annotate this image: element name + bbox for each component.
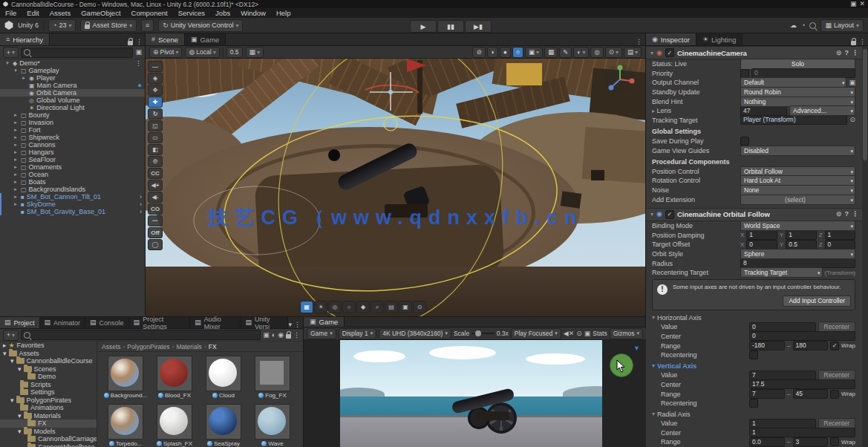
asset-store-button[interactable]: Asset Store ▾ [80, 19, 137, 32]
checkbox[interactable] [740, 137, 749, 146]
view-tool[interactable]: ◈ [148, 73, 163, 84]
hierarchy-item-boats[interactable]: ▸▢Boats [0, 178, 145, 186]
fx-overlay-icon[interactable]: ◆ [356, 301, 370, 313]
cc-tool[interactable]: CC [148, 168, 163, 179]
step-button[interactable]: ▶▮ [465, 20, 492, 33]
capture-icon[interactable]: ⊙ [576, 330, 582, 337]
kebab-icon[interactable]: ⋮ [852, 50, 858, 56]
hand-tool[interactable]: ✥ [148, 85, 163, 96]
dropdown[interactable]: Sphere [740, 249, 855, 259]
scene-camera-icon[interactable]: ▣▾ [525, 47, 543, 58]
expander-icon[interactable]: ▸ [13, 134, 19, 140]
expander-icon[interactable]: ▸ [3, 342, 7, 349]
package-visibility-icon[interactable]: ▣ [263, 332, 270, 339]
screen-share-icon[interactable]: ▣ [850, 1, 857, 7]
breadcrumb-segment[interactable]: FX [209, 343, 217, 350]
clock-icon[interactable]: ◔ [801, 22, 805, 29]
slider-knob[interactable] [475, 330, 481, 336]
range-max-field[interactable]: 3 [793, 437, 829, 447]
asset-item-torpedo-[interactable]: Torpedo... [102, 403, 149, 447]
hierarchy-item-backgroundislands[interactable]: ▸▢BackgroundIslands [0, 186, 145, 193]
camera-overlay-icon[interactable]: ▣ [399, 301, 412, 313]
gizmos-dropdown[interactable]: Gizmos [610, 328, 643, 339]
lock-icon[interactable] [851, 41, 856, 45]
hierarchy-item-bounty[interactable]: ▸▢Bounty [0, 111, 145, 119]
tab-unity-versi[interactable]: ▤Unity Versi [241, 317, 288, 328]
tab-animator[interactable]: ▤Animator [40, 317, 86, 328]
pivot-button[interactable]: ⊕ Pivot ▾ [149, 47, 182, 58]
prefab-open-icon[interactable]: › [140, 201, 142, 208]
prefab-open-icon[interactable]: › [140, 194, 142, 200]
asset-item-fog-fx[interactable]: Fog_FX [249, 355, 296, 402]
gizmos-dropdown-icon[interactable]: ⊙▾ [605, 47, 622, 58]
menu-jobs[interactable]: Jobs [210, 9, 235, 17]
hierarchy-item-cannons[interactable]: ▸▢Cannons [0, 141, 145, 149]
tab-audio-mixer[interactable]: ▤Audio Mixer [190, 317, 241, 328]
audio-overlay-icon[interactable]: ◎ [328, 301, 342, 313]
breadcrumb-segment[interactable]: Assets [102, 343, 121, 350]
mesh-overlay-icon[interactable]: ▤ [385, 301, 398, 313]
move-tool[interactable]: ✚ [148, 97, 163, 108]
search-overlay-icon[interactable]: ⌕ [371, 301, 384, 313]
component-header-cinemachine-orbital-follow[interactable]: ▾◉✓Cinemachine Orbital Follow⊙?⋮ [646, 208, 863, 221]
expander-icon[interactable]: ▸ [13, 112, 19, 118]
menu-component[interactable]: Component [126, 9, 173, 17]
wrap-checkbox[interactable] [830, 390, 839, 399]
folder-item-cannonballcarriage[interactable]: CannonballCarriage [0, 435, 97, 443]
visibility-toggle-icon[interactable]: ◐▾ [573, 47, 589, 58]
expander-icon[interactable]: ▸ [13, 179, 19, 185]
vector-field[interactable]: 0.5 [786, 240, 816, 249]
tab-console[interactable]: ▤Console [85, 317, 129, 328]
tab-inspector[interactable]: ◉Inspector [646, 33, 696, 45]
folder-item-scripts[interactable]: Scripts [0, 381, 97, 389]
hierarchy-item-ocean[interactable]: ▸▢Ocean [0, 171, 145, 178]
add-input-controller-button[interactable]: Add Input Controller [783, 296, 851, 307]
cloud-icon[interactable]: ☁ [790, 22, 797, 29]
value-field[interactable]: 1 [749, 419, 816, 428]
range-max-field[interactable]: 180 [793, 341, 829, 350]
menu-edit[interactable]: Edit [22, 9, 44, 17]
foldout-icon[interactable]: ▾ [650, 211, 653, 218]
checkbox[interactable] [749, 350, 758, 359]
folder-item-polygonpirates[interactable]: ▾PolygonPirates [0, 397, 97, 405]
channel-settings-icon[interactable]: ▣ [849, 79, 855, 86]
folder-item-assets[interactable]: ▾Assets [0, 350, 97, 358]
hierarchy-item-seafloor[interactable]: ▸▢SeaFloor [0, 156, 145, 163]
expander-icon[interactable]: ▾ [18, 365, 22, 373]
folder-item-materials[interactable]: ▾Materials [0, 412, 97, 420]
kebab-icon[interactable]: ⋮ [852, 211, 858, 218]
asset-item-background-[interactable]: Background... [102, 355, 149, 402]
menu-help[interactable]: Help [271, 9, 296, 17]
expander-icon[interactable]: ▾ [10, 357, 14, 365]
hierarchy-item-gameplay[interactable]: ▾▢Gameplay [0, 67, 145, 74]
lens-fov-field[interactable]: 47 [740, 106, 787, 116]
asset-item-wave[interactable]: Wave [249, 403, 296, 447]
expander-icon[interactable]: ▸ [13, 142, 19, 148]
list-view-button[interactable]: ≡ [141, 19, 154, 32]
custom-tool[interactable]: ⚙ [148, 156, 163, 167]
vector-field[interactable]: 0 [746, 240, 777, 249]
audio-louder-tool[interactable]: ◀+ [148, 180, 163, 191]
hierarchy-item-global-volume[interactable]: ◎Global Volume [0, 97, 145, 104]
wrap-checkbox[interactable]: ✓ [830, 342, 839, 350]
expander-icon[interactable]: ▸ [13, 186, 19, 192]
foldout-icon[interactable]: ▾ [652, 314, 655, 321]
expander-icon[interactable]: ▸ [13, 127, 19, 133]
grid-snap-button[interactable]: ▦▾ [246, 47, 264, 58]
menu-file[interactable]: File [0, 9, 22, 17]
hierarchy-item-fort[interactable]: ▸▢Fort [0, 126, 145, 134]
object-field[interactable]: Player (Transform) [740, 115, 847, 125]
component-header-cinemachinecamera[interactable]: ▾◉✓CinemachineCamera⊙?⋮ [646, 46, 863, 59]
overlay-menu-icon[interactable]: ▤▾ [624, 47, 642, 58]
game-view-dropdown[interactable]: Game [307, 328, 336, 339]
expander-icon[interactable]: ▾ [18, 412, 22, 420]
menu-window[interactable]: Window [235, 9, 271, 17]
preset-icon[interactable]: ⊙ [836, 50, 842, 56]
dropdown[interactable]: World Space [740, 221, 855, 231]
inspector-scrollbar[interactable] [862, 46, 868, 447]
snap-increment-field[interactable]: 0.5 [226, 47, 243, 58]
hierarchy-item-skydome[interactable]: ▸■SkyDome› [0, 200, 145, 208]
shading-dropdown-icon[interactable]: ◑ [487, 47, 498, 58]
object-picker-icon[interactable]: ⊙ [849, 117, 855, 123]
expander-icon[interactable]: ▸ [21, 75, 27, 81]
